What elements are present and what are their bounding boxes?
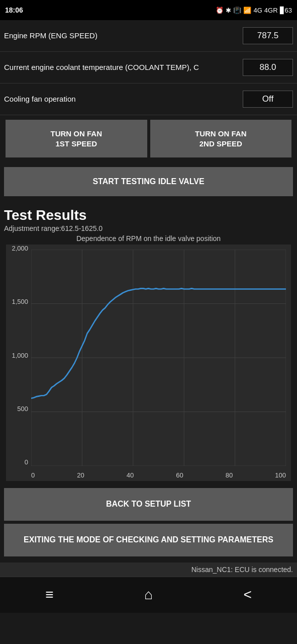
coolant-temp-value: 88.0 xyxy=(243,59,293,76)
engine-rpm-label: Engine RPM (ENG SPEED) xyxy=(4,31,243,41)
main-content: Engine RPM (ENG SPEED) 787.5 Current eng… xyxy=(0,20,297,577)
engine-rpm-row: Engine RPM (ENG SPEED) 787.5 xyxy=(0,20,297,52)
menu-icon[interactable]: ≡ xyxy=(35,582,63,608)
status-icons: ⏰ ✱ 📳 📶 4G 4GR ▊63 xyxy=(216,7,292,14)
battery-icon: ▊63 xyxy=(280,7,292,14)
y-axis-labels: 2,000 1,500 1,000 500 0 xyxy=(6,245,31,466)
x-axis-labels: 0 20 40 60 80 100 xyxy=(31,471,286,479)
coolant-temp-row: Current engine coolant temperature (COOL… xyxy=(0,52,297,84)
cooling-fan-label: Cooling fan operation xyxy=(4,94,243,104)
x-label-100: 100 xyxy=(275,471,286,479)
wifi-icon: 📶 xyxy=(243,7,251,14)
4gr-label: 4GR xyxy=(264,7,278,14)
status-time: 18:06 xyxy=(5,6,23,14)
engine-rpm-value: 787.5 xyxy=(243,27,293,44)
home-icon[interactable]: ⌂ xyxy=(134,582,163,608)
4g-label: 4G xyxy=(253,7,262,14)
y-label-0: 0 xyxy=(25,458,28,466)
coolant-temp-label: Current engine coolant temperature (COOL… xyxy=(4,62,243,72)
cooling-fan-row: Cooling fan operation Off xyxy=(0,84,297,115)
x-label-40: 40 xyxy=(127,471,134,479)
adjustment-range: Adjustment range:612.5-1625.0 xyxy=(4,224,293,232)
navigation-bar: ≡ ⌂ < xyxy=(0,577,297,613)
alarm-icon: ⏰ xyxy=(216,7,224,14)
x-label-60: 60 xyxy=(176,471,183,479)
bluetooth-icon: ✱ xyxy=(226,7,231,14)
y-label-1000: 1,000 xyxy=(12,352,28,359)
rpm-chart xyxy=(31,250,286,466)
turn-on-fan-1st-button[interactable]: TURN ON FAN1ST SPEED xyxy=(6,120,147,157)
fan-buttons-row: TURN ON FAN1ST SPEED TURN ON FAN2ND SPEE… xyxy=(0,115,297,162)
back-to-setup-button[interactable]: BACK TO SETUP LIST xyxy=(4,488,293,521)
y-label-500: 500 xyxy=(17,405,28,413)
turn-on-fan-2nd-button[interactable]: TURN ON FAN2ND SPEED xyxy=(150,120,292,157)
test-results-section: Test Results Adjustment range:612.5-1625… xyxy=(0,203,297,481)
bottom-buttons: BACK TO SETUP LIST EXITING THE MODE OF C… xyxy=(0,485,297,562)
x-label-80: 80 xyxy=(226,471,233,479)
y-label-2000: 2,000 xyxy=(12,245,28,252)
x-label-20: 20 xyxy=(77,471,84,479)
vibrate-icon: 📳 xyxy=(233,7,241,14)
cooling-fan-value: Off xyxy=(243,91,293,108)
y-label-1500: 1,500 xyxy=(12,298,28,305)
test-results-title: Test Results xyxy=(4,207,293,223)
x-label-0: 0 xyxy=(31,471,35,479)
chart-title: Dependence of RPM on the idle valve posi… xyxy=(4,234,293,243)
status-message: Nissan_NC1: ECU is connected. xyxy=(0,562,297,577)
start-testing-idle-valve-button[interactable]: START TESTING IDLE VALVE xyxy=(4,167,293,196)
back-icon[interactable]: < xyxy=(233,582,261,608)
status-bar: 18:06 ⏰ ✱ 📳 📶 4G 4GR ▊63 xyxy=(0,0,297,20)
exiting-mode-button[interactable]: EXITING THE MODE OF CHECKING AND SETTING… xyxy=(4,524,293,556)
